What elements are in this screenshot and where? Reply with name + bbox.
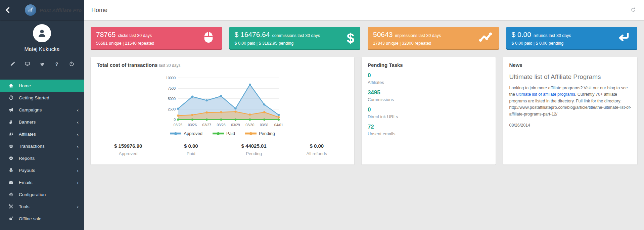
legend-swatch-approved: [170, 132, 181, 135]
power-logout-icon[interactable]: [68, 60, 75, 67]
mouse-icon: [201, 30, 216, 46]
dashboard-content: 78765 clicks last 30 days 56581 unique |…: [84, 20, 644, 230]
home-icon: [8, 83, 14, 89]
refresh-icon[interactable]: [631, 7, 637, 13]
summary-pending: $ 44025.01 Pending: [222, 143, 285, 156]
help-icon[interactable]: [53, 60, 60, 67]
pie-chart-icon: [8, 155, 14, 161]
return-arrow-icon: [616, 30, 631, 46]
user-name: Matej Kukucka: [0, 46, 84, 52]
stopwatch-icon: [8, 95, 14, 101]
transactions-chart: 02500500075001000003/2503/2603/2703/2803…: [162, 75, 283, 130]
sidebar-divider: [0, 76, 84, 76]
sidebar-item-payouts[interactable]: Payouts: [0, 164, 84, 176]
chart-title-range: last 30 days: [159, 63, 180, 68]
svg-text:10000: 10000: [166, 76, 176, 80]
sidebar-item-label: Configuration: [19, 192, 79, 197]
impressions-stat-card[interactable]: 50643 impressions last 30 days 17843 uni…: [368, 27, 499, 50]
sidebar-item-offline-sale[interactable]: Offline sale: [0, 213, 84, 225]
sidebar-item-campaigns[interactable]: Campaigns: [0, 104, 84, 116]
svg-text:0: 0: [174, 118, 176, 122]
envelope-icon: [8, 180, 14, 185]
legend-swatch-pending: [245, 132, 257, 135]
sidebar-item-label: Transactions: [19, 144, 77, 149]
svg-text:03/25: 03/25: [174, 123, 182, 127]
sidebar-item-configuration[interactable]: Configuration: [0, 188, 84, 200]
refunds-subtext: $ 0.00 paid | $ 0.00 pending: [512, 41, 632, 46]
sidebar-item-label: Banners: [19, 120, 77, 125]
chevron-left-icon: [77, 144, 79, 149]
refunds-stat-card[interactable]: $ 0.00 refunds last 30 days $ 0.00 paid …: [506, 27, 638, 50]
pending-tasks-title: Pending Tasks: [368, 62, 490, 68]
sidebar-item-label: Home: [19, 83, 79, 88]
svg-text:03/29: 03/29: [231, 123, 240, 127]
clicks-subtext: 56581 unique | 21540 repeated: [96, 41, 217, 46]
hand-pointer-icon: [8, 119, 14, 125]
pending-value[interactable]: 3495: [368, 89, 490, 96]
summary-value: $ 0.00: [159, 143, 222, 149]
news-body: Looking to join more affiliate programs?…: [509, 85, 631, 118]
chart-title-text: Total cost of transactions: [97, 62, 157, 68]
sidebar-item-label: Emails: [19, 180, 77, 185]
impressions-caption: impressions last 30 days: [395, 33, 441, 38]
clicks-stat-card[interactable]: 78765 clicks last 30 days 56581 unique |…: [91, 27, 222, 50]
money-bag-icon: [8, 168, 14, 173]
sidebar-item-home[interactable]: Home: [0, 80, 84, 92]
chevron-left-icon: [77, 180, 79, 185]
sidebar-item-label: Payouts: [19, 168, 77, 173]
basket-gear-icon: [8, 216, 14, 222]
summary-value: $ 0.00: [285, 143, 348, 149]
svg-text:5000: 5000: [168, 97, 176, 101]
monitor-icon[interactable]: [24, 60, 31, 67]
sidebar-item-label: Campaigns: [19, 107, 77, 112]
pending-value[interactable]: 72: [368, 124, 490, 130]
heartbeat-icon[interactable]: [39, 60, 45, 67]
news-link[interactable]: ultimate list of affiliate programs: [516, 92, 575, 97]
avatar[interactable]: [33, 24, 51, 42]
sidebar-item-tools[interactable]: Tools: [0, 200, 84, 213]
chevron-left-icon: [77, 120, 79, 125]
sidebar-item-getting-started[interactable]: Getting Started: [0, 92, 84, 104]
legend-pending[interactable]: Pending: [245, 131, 275, 136]
svg-text:03/30: 03/30: [246, 123, 255, 127]
summary-value: $ 44025.01: [222, 143, 285, 149]
sidebar-item-label: Tools: [19, 204, 77, 209]
legend-paid[interactable]: Paid: [213, 131, 235, 136]
impressions-value: 50643: [373, 31, 393, 39]
legend-approved[interactable]: Approved: [170, 131, 202, 136]
sidebar-item-transactions[interactable]: Transactions: [0, 140, 84, 152]
legend-label: Pending: [259, 131, 275, 136]
sidebar-item-banners[interactable]: Banners: [0, 116, 84, 128]
commissions-stat-card[interactable]: $ 16476.64 commissions last 30 days $ 0.…: [229, 27, 361, 50]
news-card: News Ultimate list of Affiliate Programs…: [503, 57, 637, 165]
quick-actions: [0, 60, 84, 67]
refunds-value: $ 0.00: [512, 31, 531, 39]
brand-name: Post Affiliate Pro: [40, 7, 82, 13]
chevron-left-icon: [77, 156, 79, 161]
page-header: Home: [84, 0, 644, 20]
svg-text:7500: 7500: [168, 86, 176, 90]
svg-text:03/27: 03/27: [202, 123, 211, 127]
sidebar-item-reports[interactable]: Reports: [0, 152, 84, 164]
sidebar-item-affiliates[interactable]: Affiliates: [0, 128, 84, 140]
pending-value[interactable]: 0: [368, 72, 490, 79]
sidebar-item-emails[interactable]: Emails: [0, 176, 84, 188]
news-headline: Ultimate list of Affiliate Programs: [509, 73, 631, 81]
chevron-left-icon: [77, 107, 79, 112]
chart-summary-row: $ 159976.90 Approved $ 0.00 Paid $ 44025…: [97, 143, 348, 156]
pending-label: Commissions: [368, 97, 490, 102]
edit-profile-icon[interactable]: [9, 60, 16, 67]
users-icon: [8, 131, 14, 137]
pending-unsent-emails: 72 Unsent emails: [368, 124, 490, 136]
news-title: News: [509, 62, 631, 68]
svg-text:04/01: 04/01: [274, 123, 283, 127]
chevron-left-icon: [77, 204, 79, 209]
dollar-icon: $: [347, 32, 354, 45]
pending-label: DirecLink URLs: [368, 114, 490, 119]
sidebar-item-label: Affiliates: [19, 132, 77, 137]
chart-card-title: Total cost of transactionslast 30 days: [97, 62, 348, 68]
pending-value[interactable]: 0: [368, 106, 490, 113]
sidebar-item-label: Offline sale: [19, 216, 79, 221]
impressions-subtext: 17843 unique | 32800 repeated: [373, 41, 494, 46]
collapse-sidebar-button[interactable]: [0, 6, 15, 14]
